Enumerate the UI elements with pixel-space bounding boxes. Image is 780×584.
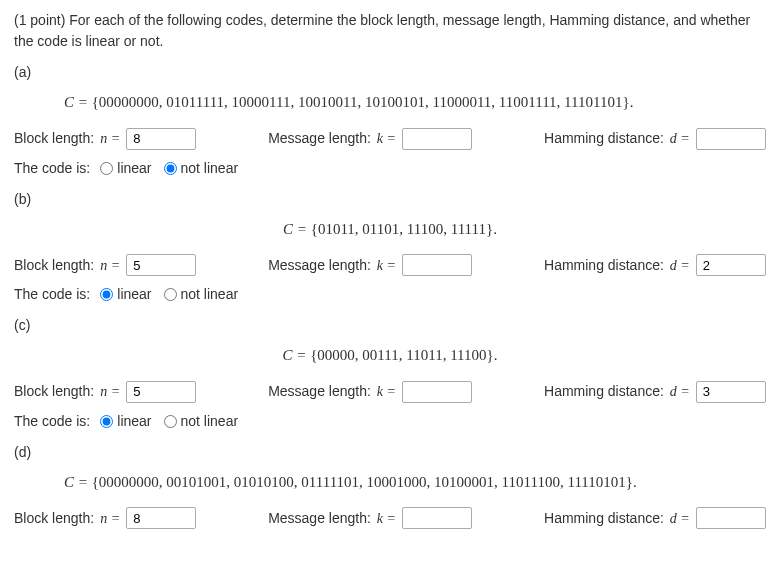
part-d-label: (d): [14, 442, 766, 463]
k-eq: k =: [377, 128, 396, 149]
part-a-radio-linear[interactable]: [100, 162, 113, 175]
part-c-block-length-input[interactable]: [126, 381, 196, 403]
part-b-block-length-input[interactable]: [126, 254, 196, 276]
hamming-distance-label: Hamming distance:: [544, 381, 664, 402]
part-b-message-length-input[interactable]: [402, 254, 472, 276]
hamming-distance-label: Hamming distance:: [544, 128, 664, 149]
c-var: C =: [283, 347, 307, 363]
block-length-label: Block length:: [14, 255, 94, 276]
linear-label: linear: [117, 158, 151, 179]
part-b-radio-linear[interactable]: [100, 288, 113, 301]
part-c-code-def: C = {00000, 00111, 11011, 11100}.: [14, 344, 766, 367]
part-a-block-length-input[interactable]: [126, 128, 196, 150]
message-length-label: Message length:: [268, 381, 371, 402]
n-eq: n =: [100, 128, 120, 149]
not-linear-label: not linear: [181, 411, 239, 432]
part-c-label: (c): [14, 315, 766, 336]
message-length-label: Message length:: [268, 255, 371, 276]
linear-label: linear: [117, 284, 151, 305]
d-eq: d =: [670, 255, 690, 276]
c-var: C =: [64, 474, 88, 490]
k-eq: k =: [377, 255, 396, 276]
part-d-set: {00000000, 00101001, 01010100, 01111101,…: [92, 474, 637, 490]
hamming-distance-label: Hamming distance:: [544, 255, 664, 276]
part-a-set: {00000000, 01011111, 10000111, 10010011,…: [92, 94, 634, 110]
block-length-label: Block length:: [14, 381, 94, 402]
part-b-radio-not-linear[interactable]: [164, 288, 177, 301]
part-d-inputs-row: Block length: n = Message length: k = Ha…: [14, 507, 766, 529]
d-eq: d =: [670, 128, 690, 149]
part-b-set: {01011, 01101, 11100, 11111}.: [311, 221, 497, 237]
d-eq: d =: [670, 381, 690, 402]
part-c-set: {00000, 00111, 11011, 11100}.: [310, 347, 497, 363]
message-length-label: Message length:: [268, 128, 371, 149]
c-var: C =: [64, 94, 88, 110]
part-a-hamming-distance-input[interactable]: [696, 128, 766, 150]
part-a-label: (a): [14, 62, 766, 83]
part-d-hamming-distance-input[interactable]: [696, 507, 766, 529]
code-is-label: The code is:: [14, 284, 90, 305]
message-length-label: Message length:: [268, 508, 371, 529]
c-var: C =: [283, 221, 307, 237]
k-eq: k =: [377, 508, 396, 529]
part-d-message-length-input[interactable]: [402, 507, 472, 529]
part-b-hamming-distance-input[interactable]: [696, 254, 766, 276]
block-length-label: Block length:: [14, 508, 94, 529]
part-c-message-length-input[interactable]: [402, 381, 472, 403]
part-c-radio-group: The code is: linear not linear: [14, 411, 766, 432]
code-is-label: The code is:: [14, 158, 90, 179]
n-eq: n =: [100, 255, 120, 276]
n-eq: n =: [100, 381, 120, 402]
part-a-code-def: C = {00000000, 01011111, 10000111, 10010…: [14, 91, 766, 114]
part-c-hamming-distance-input[interactable]: [696, 381, 766, 403]
part-c-inputs-row: Block length: n = Message length: k = Ha…: [14, 381, 766, 403]
part-b-inputs-row: Block length: n = Message length: k = Ha…: [14, 254, 766, 276]
part-b-code-def: C = {01011, 01101, 11100, 11111}.: [14, 218, 766, 241]
n-eq: n =: [100, 508, 120, 529]
linear-label: linear: [117, 411, 151, 432]
part-c-radio-not-linear[interactable]: [164, 415, 177, 428]
not-linear-label: not linear: [181, 158, 239, 179]
question-intro: (1 point) For each of the following code…: [14, 10, 766, 52]
d-eq: d =: [670, 508, 690, 529]
hamming-distance-label: Hamming distance:: [544, 508, 664, 529]
k-eq: k =: [377, 381, 396, 402]
part-d-code-def: C = {00000000, 00101001, 01010100, 01111…: [14, 471, 766, 494]
part-d-block-length-input[interactable]: [126, 507, 196, 529]
part-a-message-length-input[interactable]: [402, 128, 472, 150]
block-length-label: Block length:: [14, 128, 94, 149]
part-b-radio-group: The code is: linear not linear: [14, 284, 766, 305]
not-linear-label: not linear: [181, 284, 239, 305]
part-a-radio-group: The code is: linear not linear: [14, 158, 766, 179]
part-a-inputs-row: Block length: n = Message length: k = Ha…: [14, 128, 766, 150]
code-is-label: The code is:: [14, 411, 90, 432]
part-b-label: (b): [14, 189, 766, 210]
part-c-radio-linear[interactable]: [100, 415, 113, 428]
part-a-radio-not-linear[interactable]: [164, 162, 177, 175]
